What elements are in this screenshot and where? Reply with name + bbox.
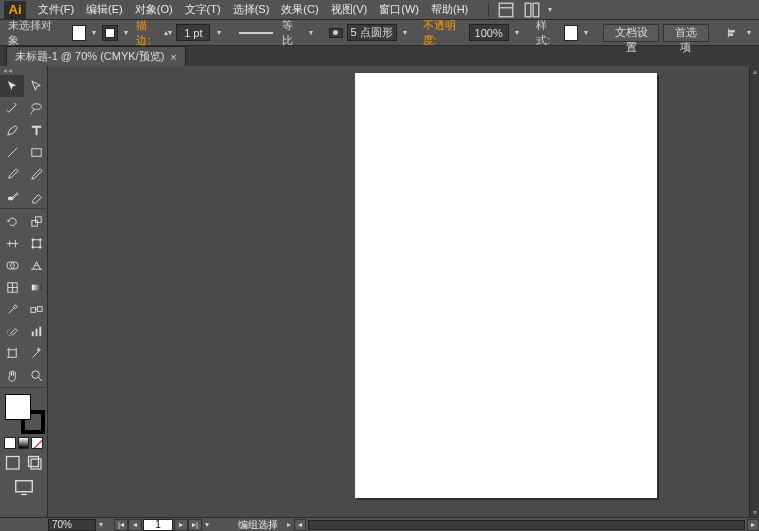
direct-selection-tool[interactable] — [24, 75, 48, 97]
panel-grip-icon[interactable]: ◂◂ — [0, 66, 47, 75]
eraser-tool[interactable] — [24, 185, 48, 207]
menu-view[interactable]: 视图(V) — [325, 0, 374, 19]
blob-brush-tool[interactable] — [0, 185, 24, 207]
menu-object[interactable]: 对象(O) — [129, 0, 179, 19]
screen-mode-icon[interactable] — [13, 479, 35, 497]
selection-tool[interactable] — [0, 75, 24, 97]
document-tab[interactable]: 未标题-1 @ 70% (CMYK/预览) × — [6, 46, 186, 66]
stroke-weight-stepper[interactable]: ▴▾ — [164, 24, 173, 41]
fill-stroke-indicator[interactable] — [0, 391, 47, 435]
preferences-button[interactable]: 首选项 — [663, 24, 709, 42]
horizontal-scrollbar[interactable] — [308, 520, 745, 530]
arrange-dropdown-icon[interactable]: ▾ — [545, 2, 555, 18]
artboard-tool[interactable] — [0, 342, 24, 364]
svg-point-17 — [39, 246, 41, 248]
svg-rect-27 — [31, 331, 33, 336]
paintbrush-tool[interactable] — [0, 163, 24, 185]
gradient-mode-swatch[interactable] — [18, 437, 30, 449]
zoom-level-input[interactable]: 70% — [48, 519, 96, 531]
stroke-profile-preview[interactable] — [239, 32, 273, 34]
layout-icon[interactable] — [497, 1, 515, 19]
tool-separator — [0, 387, 48, 388]
width-tool[interactable] — [0, 232, 24, 254]
opacity-label[interactable]: 不透明度: — [421, 18, 465, 48]
stroke-weight-dropdown-icon[interactable]: ▾ — [214, 25, 223, 41]
eyedropper-tool[interactable] — [0, 298, 24, 320]
free-transform-tool[interactable] — [24, 232, 48, 254]
menu-file[interactable]: 文件(F) — [32, 0, 80, 19]
slice-tool[interactable] — [24, 342, 48, 364]
lasso-tool[interactable] — [24, 97, 48, 119]
pen-tool[interactable] — [0, 119, 24, 141]
gradient-tool[interactable] — [24, 276, 48, 298]
hand-tool[interactable] — [0, 364, 24, 386]
vertical-scrollbar[interactable]: ▴ ▾ — [749, 66, 759, 517]
graphic-style-swatch[interactable] — [564, 25, 578, 41]
draw-normal-icon[interactable] — [4, 455, 22, 471]
zoom-tool[interactable] — [24, 364, 48, 386]
stroke-dropdown-icon[interactable]: ▾ — [122, 25, 131, 41]
blend-tool[interactable] — [24, 298, 48, 320]
prev-artboard-button[interactable]: ◂ — [128, 519, 142, 531]
next-artboard-button[interactable]: ▸ — [174, 519, 188, 531]
align-dropdown-icon[interactable]: ▾ — [744, 25, 753, 41]
menu-help[interactable]: 帮助(H) — [425, 0, 474, 19]
brush-preview[interactable] — [329, 28, 343, 38]
perspective-grid-tool[interactable] — [24, 254, 48, 276]
fill-dropdown-icon[interactable]: ▾ — [90, 25, 99, 41]
scroll-down-icon[interactable]: ▾ — [750, 507, 759, 517]
last-artboard-button[interactable]: ▸| — [188, 519, 202, 531]
profile-dropdown-icon[interactable]: ▾ — [307, 25, 316, 41]
close-tab-icon[interactable]: × — [170, 51, 176, 63]
zoom-dropdown-icon[interactable]: ▾ — [96, 517, 106, 532]
color-mode-swatch[interactable] — [4, 437, 16, 449]
mesh-tool[interactable] — [0, 276, 24, 298]
hscroll-left-icon[interactable]: ◂ — [294, 519, 306, 531]
magic-wand-tool[interactable] — [0, 97, 24, 119]
menu-window[interactable]: 窗口(W) — [373, 0, 425, 19]
menu-type[interactable]: 文字(T) — [179, 0, 227, 19]
arrange-icon[interactable] — [523, 1, 541, 19]
draw-behind-icon[interactable] — [26, 455, 44, 471]
svg-rect-12 — [35, 216, 41, 222]
document-setup-button[interactable]: 文档设置 — [603, 24, 659, 42]
rectangle-tool[interactable] — [24, 141, 48, 163]
menu-effect[interactable]: 效果(C) — [275, 0, 324, 19]
status-menu-icon[interactable]: ▸ — [284, 517, 294, 532]
artboard-number-input[interactable] — [143, 519, 173, 531]
canvas[interactable] — [48, 66, 759, 517]
artboard-nav-dropdown-icon[interactable]: ▾ — [202, 517, 212, 532]
symbol-sprayer-tool[interactable] — [0, 320, 24, 342]
hscroll-right-icon[interactable]: ▸ — [747, 519, 759, 531]
opacity-input[interactable] — [469, 24, 509, 41]
menu-edit[interactable]: 编辑(E) — [80, 0, 129, 19]
style-dropdown-icon[interactable]: ▾ — [582, 25, 591, 41]
stroke-label[interactable]: 描边: — [134, 18, 159, 48]
svg-point-16 — [31, 246, 33, 248]
type-tool[interactable] — [24, 119, 48, 141]
pencil-tool[interactable] — [24, 163, 48, 185]
first-artboard-button[interactable]: |◂ — [114, 519, 128, 531]
fill-color-box[interactable] — [5, 394, 31, 420]
brush-dropdown-icon[interactable]: ▾ — [401, 25, 410, 41]
align-icon[interactable] — [725, 26, 737, 40]
stroke-swatch[interactable] — [102, 25, 118, 41]
svg-point-7 — [31, 103, 40, 109]
stroke-weight-input[interactable] — [176, 24, 210, 41]
menu-select[interactable]: 选择(S) — [227, 0, 276, 19]
brush-definition-input[interactable] — [347, 24, 397, 41]
document-tab-title: 未标题-1 @ 70% (CMYK/预览) — [15, 49, 164, 64]
line-tool[interactable] — [0, 141, 24, 163]
opacity-dropdown-icon[interactable]: ▾ — [513, 25, 522, 41]
document-tab-bar: 未标题-1 @ 70% (CMYK/预览) × — [0, 46, 759, 66]
none-mode-swatch[interactable] — [31, 437, 43, 449]
menu-bar: Ai 文件(F) 编辑(E) 对象(O) 文字(T) 选择(S) 效果(C) 视… — [0, 0, 759, 20]
svg-rect-25 — [37, 306, 42, 311]
scale-tool[interactable] — [24, 210, 48, 232]
shape-builder-tool[interactable] — [0, 254, 24, 276]
artboard[interactable] — [355, 73, 657, 498]
rotate-tool[interactable] — [0, 210, 24, 232]
scroll-up-icon[interactable]: ▴ — [750, 66, 759, 76]
fill-swatch[interactable] — [72, 25, 86, 41]
column-graph-tool[interactable] — [24, 320, 48, 342]
